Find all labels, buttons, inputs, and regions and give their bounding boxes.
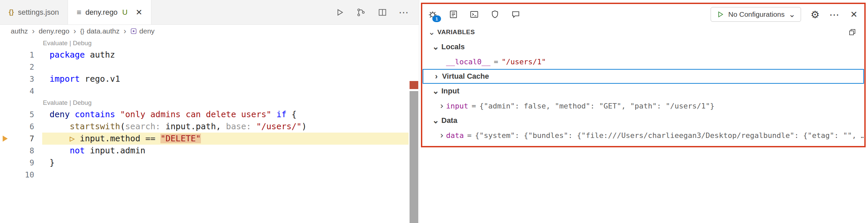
more-actions-icon[interactable]: ⋯ bbox=[829, 9, 840, 20]
close-tab-icon[interactable]: ✕ bbox=[135, 8, 142, 17]
open-view-in-editor-icon[interactable] bbox=[847, 27, 857, 37]
git-status-letter: U bbox=[122, 8, 128, 17]
scope-locals[interactable]: ⌄ Locals bbox=[423, 39, 864, 54]
variables-view: ⌄ VARIABLES ⌄ Locals __local0__ = "/user bbox=[423, 25, 864, 142]
line-number[interactable]: 1 bbox=[15, 49, 42, 61]
source-control-icon[interactable] bbox=[355, 7, 367, 18]
code-lens-separator: | bbox=[68, 39, 73, 46]
code-text[interactable] bbox=[42, 61, 408, 73]
breadcrumb-item-file[interactable]: deny.rego bbox=[38, 27, 69, 35]
tab-label: settings.json bbox=[18, 8, 59, 17]
debug-configuration-select[interactable]: No Configurations ⌄ bbox=[711, 7, 801, 22]
code-text[interactable] bbox=[42, 169, 408, 181]
code-lens: Evaluate | Debug bbox=[0, 37, 408, 49]
code-lens-debug[interactable]: Debug bbox=[73, 39, 91, 46]
debug-console-icon[interactable] bbox=[469, 9, 479, 20]
debug-toolbar-right: No Configurations ⌄ ⚙ ⋯ ✕ bbox=[711, 7, 859, 22]
variable-value: {"system": {"bundles": {"file:///Users/c… bbox=[475, 131, 864, 139]
chevron-right-icon: › bbox=[437, 131, 446, 139]
code-text[interactable]: ▷ input.method == "DELETE" bbox=[42, 133, 408, 145]
code-line-5[interactable]: 5deny contains "only admins can delete u… bbox=[0, 108, 408, 121]
variable-local0[interactable]: __local0__ = "/users/1" bbox=[423, 54, 864, 69]
glyph-margin[interactable] bbox=[0, 108, 15, 121]
glyph-margin[interactable] bbox=[0, 61, 15, 73]
scope-data[interactable]: ⌄ Data bbox=[423, 113, 864, 128]
output-view-icon[interactable] bbox=[448, 9, 459, 20]
glyph-margin[interactable] bbox=[0, 85, 15, 97]
glyph-margin[interactable] bbox=[0, 157, 15, 169]
symbol-rule-icon bbox=[130, 28, 137, 34]
rego-file-icon: ≡ bbox=[77, 8, 82, 17]
scope-virtual-cache[interactable]: › Virtual Cache bbox=[423, 69, 864, 84]
scrollbar-thumb[interactable] bbox=[409, 91, 418, 223]
code-text[interactable]: package authz bbox=[42, 49, 408, 61]
more-actions-icon[interactable]: ⋯ bbox=[398, 7, 409, 18]
line-number[interactable]: 7 bbox=[15, 133, 42, 145]
breadcrumb-item-authz[interactable]: authz bbox=[11, 27, 28, 35]
line-number[interactable]: 8 bbox=[15, 145, 42, 157]
line-number[interactable]: 4 bbox=[15, 85, 42, 97]
chevron-right-icon: › bbox=[437, 101, 446, 110]
breadcrumb-item-package[interactable]: {} data.authz bbox=[80, 27, 120, 35]
gear-icon[interactable]: ⚙ bbox=[810, 9, 820, 20]
json-file-icon: {} bbox=[9, 8, 14, 16]
code-lens-debug[interactable]: Debug bbox=[73, 99, 91, 106]
code-line-3[interactable]: 3import rego.v1 bbox=[0, 73, 408, 85]
split-editor-icon[interactable] bbox=[377, 7, 388, 18]
debug-panel: 1 bbox=[419, 0, 868, 223]
line-number[interactable]: 3 bbox=[15, 73, 42, 85]
editor-actions: ⋯ bbox=[334, 0, 419, 25]
line-number[interactable]: 10 bbox=[15, 169, 42, 181]
debug-view-icon[interactable]: 1 bbox=[427, 9, 438, 20]
code-text[interactable]: } bbox=[42, 157, 408, 169]
tab-settings-json[interactable]: {} settings.json bbox=[0, 0, 68, 25]
line-number[interactable]: 6 bbox=[15, 121, 42, 133]
security-view-icon[interactable] bbox=[490, 9, 500, 20]
code-line-9[interactable]: 9} bbox=[0, 157, 408, 169]
start-debug-icon bbox=[716, 10, 724, 19]
glyph-margin[interactable] bbox=[0, 145, 15, 157]
code-editor[interactable]: Evaluate | Debug1package authz23import r… bbox=[0, 37, 408, 181]
code-text[interactable]: import rego.v1 bbox=[42, 73, 408, 85]
glyph-margin[interactable] bbox=[0, 169, 15, 181]
code-text[interactable] bbox=[42, 85, 408, 97]
code-text[interactable]: not input.admin bbox=[42, 145, 408, 157]
code-line-1[interactable]: 1package authz bbox=[0, 49, 408, 61]
close-panel-icon[interactable]: ✕ bbox=[848, 9, 859, 20]
breadcrumb-item-rule[interactable]: deny bbox=[130, 27, 155, 35]
tab-deny-rego[interactable]: ≡ deny.rego U ✕ bbox=[68, 0, 151, 25]
glyph-margin[interactable] bbox=[0, 121, 15, 133]
equals-sign: = bbox=[467, 131, 471, 139]
scope-label: Locals bbox=[441, 42, 465, 51]
section-title: VARIABLES bbox=[437, 28, 475, 36]
variable-name: __local0__ bbox=[446, 58, 490, 66]
chevron-right-icon: › bbox=[124, 27, 126, 35]
glyph-margin[interactable] bbox=[0, 73, 15, 85]
code-line-8[interactable]: 8 not input.admin bbox=[0, 145, 408, 157]
variable-data[interactable]: › data = {"system": {"bundles": {"file:/… bbox=[423, 128, 864, 142]
chevron-right-icon: › bbox=[32, 27, 34, 35]
glyph-margin[interactable] bbox=[0, 133, 15, 145]
code-line-7[interactable]: 7 ▷ input.method == "DELETE" bbox=[0, 133, 408, 145]
code-line-10[interactable]: 10 bbox=[0, 169, 408, 181]
glyph-margin[interactable] bbox=[0, 49, 15, 61]
scope-input[interactable]: ⌄ Input bbox=[423, 84, 864, 98]
line-number[interactable]: 9 bbox=[15, 157, 42, 169]
line-number[interactable]: 2 bbox=[15, 61, 42, 73]
code-line-2[interactable]: 2 bbox=[0, 61, 408, 73]
variable-input[interactable]: › input = {"admin": false, "method": "GE… bbox=[423, 98, 864, 113]
variables-section-header[interactable]: ⌄ VARIABLES bbox=[423, 25, 864, 39]
code-line-4[interactable]: 4 bbox=[0, 85, 408, 97]
run-button-icon[interactable] bbox=[334, 7, 345, 18]
line-number[interactable]: 5 bbox=[15, 108, 42, 121]
json-braces-icon: {} bbox=[80, 28, 84, 35]
tab-bar: {} settings.json ≡ deny.rego U ✕ bbox=[0, 0, 419, 25]
variable-value: {"admin": false, "method": "GET", "path"… bbox=[479, 102, 714, 110]
comments-view-icon[interactable] bbox=[510, 9, 521, 20]
code-lens-evaluate[interactable]: Evaluate bbox=[43, 99, 68, 106]
variable-value: "/users/1" bbox=[502, 58, 546, 66]
code-line-6[interactable]: 6 startswith(search: input.path, base: "… bbox=[0, 121, 408, 133]
code-text[interactable]: startswith(search: input.path, base: "/u… bbox=[42, 121, 408, 133]
code-lens-evaluate[interactable]: Evaluate bbox=[43, 39, 68, 46]
code-text[interactable]: deny contains "only admins can delete us… bbox=[42, 108, 408, 121]
